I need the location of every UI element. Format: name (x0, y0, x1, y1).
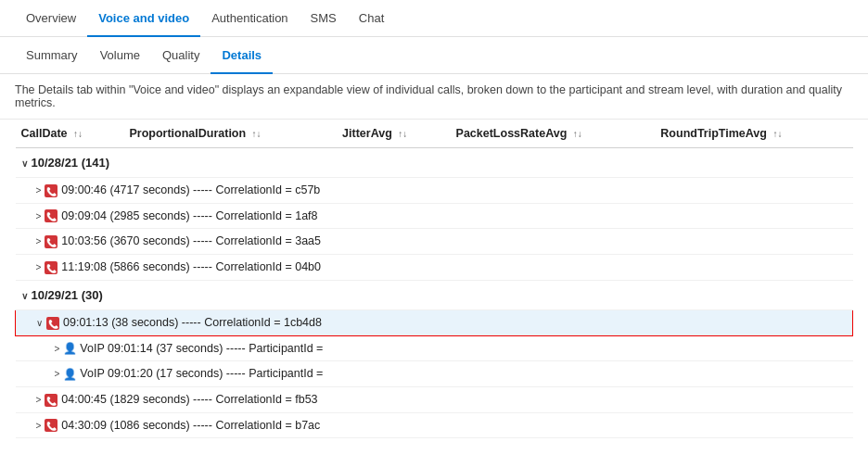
call-icon (46, 317, 59, 330)
row-label: 10:03:56 (3670 seconds) ----- Correlatio… (61, 234, 321, 247)
table-row[interactable]: >04:30:09 (1086 seconds) ----- Correlati… (16, 412, 853, 438)
chevron-right-icon[interactable]: > (36, 185, 42, 196)
row-label: 09:01:13 (38 seconds) ----- CorrelationI… (63, 316, 322, 329)
call-icon (45, 235, 57, 248)
row-cell: >09:00:46 (4717 seconds) ----- Correlati… (16, 178, 853, 204)
row-cell: ∨09:01:13 (38 seconds) ----- Correlation… (16, 309, 853, 335)
group-header-cell: ∨10/28/21 (141) (16, 148, 853, 178)
table-row[interactable]: >10:03:56 (3670 seconds) ----- Correlati… (16, 229, 853, 255)
sub-nav-item-summary[interactable]: Summary (15, 38, 89, 74)
table-row[interactable]: ∨09:01:13 (38 seconds) ----- Correlation… (16, 309, 853, 335)
call-icon (45, 184, 57, 197)
col-header-roundtriptimeavg[interactable]: RoundTripTimeAvg ↑↓ (655, 120, 852, 148)
description-text: The Details tab within "Voice and video"… (0, 74, 868, 120)
row-cell: >👤VoIP 09:01:14 (37 seconds) ----- Parti… (16, 335, 853, 361)
row-cell: >09:09:04 (2985 seconds) ----- Correlati… (16, 203, 853, 229)
call-icon (45, 419, 57, 432)
top-nav: OverviewVoice and videoAuthenticationSMS… (0, 0, 868, 37)
chevron-right-icon[interactable]: > (55, 344, 60, 354)
row-label: 09:00:46 (4717 seconds) ----- Correlatio… (61, 183, 320, 196)
col-header-packetlossrateavg[interactable]: PacketLossRateAvg ↑↓ (451, 120, 656, 148)
row-cell: >👤VoIP 09:01:20 (17 seconds) ----- Parti… (16, 361, 853, 387)
row-cell: >04:30:09 (1086 seconds) ----- Correlati… (16, 412, 853, 438)
chevron-right-icon[interactable]: > (36, 236, 42, 246)
row-cell: >11:19:08 (5866 seconds) ----- Correlati… (16, 255, 853, 281)
table-row[interactable]: >09:00:46 (4717 seconds) ----- Correlati… (16, 178, 853, 204)
group-header-row[interactable]: ∨10/29/21 (30) (16, 280, 853, 309)
row-label: 04:30:09 (1086 seconds) ----- Correlatio… (61, 419, 320, 432)
top-nav-item-sms[interactable]: SMS (300, 1, 348, 37)
table-header: CallDate ↑↓ProportionalDuration ↑↓Jitter… (16, 120, 853, 148)
row-cell: >04:00:45 (1829 seconds) ----- Correlati… (16, 386, 853, 412)
table-body: ∨10/28/21 (141)>09:00:46 (4717 seconds) … (16, 148, 853, 438)
person-icon: 👤 (63, 342, 76, 355)
row-label: 09:09:04 (2985 seconds) ----- Correlatio… (61, 209, 317, 222)
table-row[interactable]: >👤VoIP 09:01:14 (37 seconds) ----- Parti… (16, 335, 853, 361)
sort-icon: ↑↓ (252, 129, 262, 139)
call-icon (45, 209, 57, 222)
chevron-right-icon[interactable]: > (36, 211, 42, 221)
chevron-right-icon[interactable]: > (36, 395, 42, 405)
sort-icon: ↑↓ (398, 129, 407, 139)
row-label: VoIP 09:01:20 (17 seconds) ----- Partici… (80, 367, 323, 380)
sub-nav-item-volume[interactable]: Volume (89, 38, 151, 74)
col-header-proportionalduration[interactable]: ProportionalDuration ↑↓ (123, 120, 337, 148)
chevron-down-icon: ∨ (21, 291, 28, 301)
top-nav-item-chat[interactable]: Chat (348, 1, 395, 37)
person-icon: 👤 (63, 368, 76, 381)
top-nav-item-authentication[interactable]: Authentication (200, 1, 299, 37)
row-cell: >10:03:56 (3670 seconds) ----- Correlati… (16, 229, 853, 255)
chevron-right-icon[interactable]: > (36, 262, 42, 272)
row-label: VoIP 09:01:14 (37 seconds) ----- Partici… (80, 342, 323, 355)
row-label: 04:00:45 (1829 seconds) ----- Correlatio… (61, 393, 317, 406)
table-row[interactable]: >👤VoIP 09:01:20 (17 seconds) ----- Parti… (16, 361, 853, 387)
sub-nav-item-quality[interactable]: Quality (151, 38, 211, 74)
table-row[interactable]: >11:19:08 (5866 seconds) ----- Correlati… (16, 255, 853, 281)
chevron-down-icon[interactable]: ∨ (36, 318, 43, 328)
call-icon (45, 394, 57, 407)
chevron-right-icon[interactable]: > (36, 421, 42, 431)
sort-icon: ↑↓ (73, 129, 83, 139)
col-header-jitteravg[interactable]: JitterAvg ↑↓ (337, 120, 450, 148)
details-table: CallDate ↑↓ProportionalDuration ↑↓Jitter… (15, 120, 853, 438)
table-row[interactable]: >09:09:04 (2985 seconds) ----- Correlati… (16, 203, 853, 229)
sort-icon: ↑↓ (772, 129, 782, 139)
chevron-down-icon: ∨ (21, 158, 28, 169)
chevron-right-icon[interactable]: > (55, 369, 60, 379)
top-nav-item-voice-and-video[interactable]: Voice and video (87, 1, 200, 37)
call-icon (45, 261, 57, 274)
sub-nav-item-details[interactable]: Details (211, 38, 273, 74)
group-header-row[interactable]: ∨10/28/21 (141) (16, 148, 853, 178)
top-nav-item-overview[interactable]: Overview (15, 1, 87, 37)
row-label: 11:19:08 (5866 seconds) ----- Correlatio… (61, 260, 321, 273)
col-header-calldate[interactable]: CallDate ↑↓ (16, 120, 124, 148)
sort-icon: ↑↓ (573, 129, 582, 139)
table-row[interactable]: >04:00:45 (1829 seconds) ----- Correlati… (16, 386, 853, 412)
group-header-cell: ∨10/29/21 (30) (16, 280, 853, 309)
details-table-container: CallDate ↑↓ProportionalDuration ↑↓Jitter… (0, 120, 868, 438)
sub-nav: SummaryVolumeQualityDetails (0, 37, 868, 74)
